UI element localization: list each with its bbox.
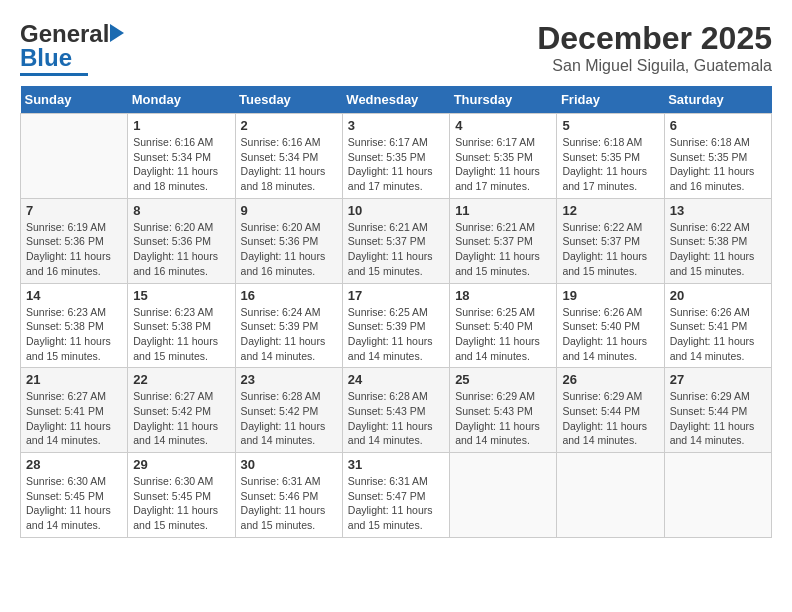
day-info: Sunrise: 6:30 AMSunset: 5:45 PMDaylight:… [26, 474, 122, 533]
month-title: December 2025 [537, 20, 772, 57]
calendar-cell: 1Sunrise: 6:16 AMSunset: 5:34 PMDaylight… [128, 114, 235, 199]
day-info: Sunrise: 6:29 AMSunset: 5:43 PMDaylight:… [455, 389, 551, 448]
day-info: Sunrise: 6:21 AMSunset: 5:37 PMDaylight:… [348, 220, 444, 279]
day-header-monday: Monday [128, 86, 235, 114]
calendar-cell [450, 453, 557, 538]
week-row-5: 28Sunrise: 6:30 AMSunset: 5:45 PMDayligh… [21, 453, 772, 538]
day-info: Sunrise: 6:24 AMSunset: 5:39 PMDaylight:… [241, 305, 337, 364]
day-info: Sunrise: 6:29 AMSunset: 5:44 PMDaylight:… [562, 389, 658, 448]
day-info: Sunrise: 6:25 AMSunset: 5:40 PMDaylight:… [455, 305, 551, 364]
calendar-cell: 8Sunrise: 6:20 AMSunset: 5:36 PMDaylight… [128, 198, 235, 283]
day-info: Sunrise: 6:26 AMSunset: 5:41 PMDaylight:… [670, 305, 766, 364]
day-info: Sunrise: 6:16 AMSunset: 5:34 PMDaylight:… [133, 135, 229, 194]
calendar-cell: 10Sunrise: 6:21 AMSunset: 5:37 PMDayligh… [342, 198, 449, 283]
calendar-cell: 21Sunrise: 6:27 AMSunset: 5:41 PMDayligh… [21, 368, 128, 453]
day-number: 3 [348, 118, 444, 133]
day-info: Sunrise: 6:18 AMSunset: 5:35 PMDaylight:… [562, 135, 658, 194]
logo-underline [20, 73, 88, 76]
calendar-cell: 14Sunrise: 6:23 AMSunset: 5:38 PMDayligh… [21, 283, 128, 368]
week-row-2: 7Sunrise: 6:19 AMSunset: 5:36 PMDaylight… [21, 198, 772, 283]
day-number: 10 [348, 203, 444, 218]
day-number: 26 [562, 372, 658, 387]
day-number: 18 [455, 288, 551, 303]
day-number: 2 [241, 118, 337, 133]
day-info: Sunrise: 6:23 AMSunset: 5:38 PMDaylight:… [133, 305, 229, 364]
day-header-tuesday: Tuesday [235, 86, 342, 114]
calendar-cell: 3Sunrise: 6:17 AMSunset: 5:35 PMDaylight… [342, 114, 449, 199]
calendar-cell: 28Sunrise: 6:30 AMSunset: 5:45 PMDayligh… [21, 453, 128, 538]
calendar-cell: 9Sunrise: 6:20 AMSunset: 5:36 PMDaylight… [235, 198, 342, 283]
day-number: 6 [670, 118, 766, 133]
calendar-cell: 12Sunrise: 6:22 AMSunset: 5:37 PMDayligh… [557, 198, 664, 283]
day-number: 27 [670, 372, 766, 387]
calendar-cell: 25Sunrise: 6:29 AMSunset: 5:43 PMDayligh… [450, 368, 557, 453]
calendar-cell: 24Sunrise: 6:28 AMSunset: 5:43 PMDayligh… [342, 368, 449, 453]
day-header-thursday: Thursday [450, 86, 557, 114]
day-info: Sunrise: 6:22 AMSunset: 5:37 PMDaylight:… [562, 220, 658, 279]
day-number: 24 [348, 372, 444, 387]
day-number: 25 [455, 372, 551, 387]
calendar-cell: 22Sunrise: 6:27 AMSunset: 5:42 PMDayligh… [128, 368, 235, 453]
day-number: 20 [670, 288, 766, 303]
day-number: 23 [241, 372, 337, 387]
day-number: 30 [241, 457, 337, 472]
week-row-3: 14Sunrise: 6:23 AMSunset: 5:38 PMDayligh… [21, 283, 772, 368]
calendar-cell [664, 453, 771, 538]
day-number: 29 [133, 457, 229, 472]
day-info: Sunrise: 6:20 AMSunset: 5:36 PMDaylight:… [133, 220, 229, 279]
day-number: 31 [348, 457, 444, 472]
day-number: 5 [562, 118, 658, 133]
day-info: Sunrise: 6:23 AMSunset: 5:38 PMDaylight:… [26, 305, 122, 364]
calendar-table: SundayMondayTuesdayWednesdayThursdayFrid… [20, 86, 772, 538]
day-header-wednesday: Wednesday [342, 86, 449, 114]
calendar-cell: 20Sunrise: 6:26 AMSunset: 5:41 PMDayligh… [664, 283, 771, 368]
day-info: Sunrise: 6:30 AMSunset: 5:45 PMDaylight:… [133, 474, 229, 533]
calendar-cell: 11Sunrise: 6:21 AMSunset: 5:37 PMDayligh… [450, 198, 557, 283]
day-header-sunday: Sunday [21, 86, 128, 114]
day-info: Sunrise: 6:20 AMSunset: 5:36 PMDaylight:… [241, 220, 337, 279]
day-number: 11 [455, 203, 551, 218]
day-info: Sunrise: 6:28 AMSunset: 5:43 PMDaylight:… [348, 389, 444, 448]
day-info: Sunrise: 6:18 AMSunset: 5:35 PMDaylight:… [670, 135, 766, 194]
day-info: Sunrise: 6:17 AMSunset: 5:35 PMDaylight:… [348, 135, 444, 194]
calendar-cell: 4Sunrise: 6:17 AMSunset: 5:35 PMDaylight… [450, 114, 557, 199]
calendar-cell: 29Sunrise: 6:30 AMSunset: 5:45 PMDayligh… [128, 453, 235, 538]
day-info: Sunrise: 6:28 AMSunset: 5:42 PMDaylight:… [241, 389, 337, 448]
day-info: Sunrise: 6:31 AMSunset: 5:46 PMDaylight:… [241, 474, 337, 533]
logo-blue: Blue [20, 44, 72, 72]
calendar-cell: 7Sunrise: 6:19 AMSunset: 5:36 PMDaylight… [21, 198, 128, 283]
calendar-cell: 23Sunrise: 6:28 AMSunset: 5:42 PMDayligh… [235, 368, 342, 453]
day-number: 15 [133, 288, 229, 303]
week-row-1: 1Sunrise: 6:16 AMSunset: 5:34 PMDaylight… [21, 114, 772, 199]
calendar-cell: 19Sunrise: 6:26 AMSunset: 5:40 PMDayligh… [557, 283, 664, 368]
day-number: 8 [133, 203, 229, 218]
day-info: Sunrise: 6:16 AMSunset: 5:34 PMDaylight:… [241, 135, 337, 194]
calendar-cell: 26Sunrise: 6:29 AMSunset: 5:44 PMDayligh… [557, 368, 664, 453]
day-header-saturday: Saturday [664, 86, 771, 114]
day-number: 28 [26, 457, 122, 472]
day-number: 1 [133, 118, 229, 133]
location: San Miguel Siguila, Guatemala [537, 57, 772, 75]
calendar-cell: 5Sunrise: 6:18 AMSunset: 5:35 PMDaylight… [557, 114, 664, 199]
day-info: Sunrise: 6:31 AMSunset: 5:47 PMDaylight:… [348, 474, 444, 533]
logo-arrow-icon [110, 24, 124, 42]
day-info: Sunrise: 6:22 AMSunset: 5:38 PMDaylight:… [670, 220, 766, 279]
day-number: 14 [26, 288, 122, 303]
day-header-friday: Friday [557, 86, 664, 114]
day-number: 9 [241, 203, 337, 218]
day-info: Sunrise: 6:19 AMSunset: 5:36 PMDaylight:… [26, 220, 122, 279]
calendar-cell: 18Sunrise: 6:25 AMSunset: 5:40 PMDayligh… [450, 283, 557, 368]
page-header: General Blue December 2025 San Miguel Si… [20, 20, 772, 76]
calendar-cell: 15Sunrise: 6:23 AMSunset: 5:38 PMDayligh… [128, 283, 235, 368]
title-area: December 2025 San Miguel Siguila, Guatem… [537, 20, 772, 75]
calendar-cell [21, 114, 128, 199]
day-number: 22 [133, 372, 229, 387]
day-info: Sunrise: 6:17 AMSunset: 5:35 PMDaylight:… [455, 135, 551, 194]
day-number: 21 [26, 372, 122, 387]
calendar-cell [557, 453, 664, 538]
day-number: 17 [348, 288, 444, 303]
day-number: 13 [670, 203, 766, 218]
day-info: Sunrise: 6:26 AMSunset: 5:40 PMDaylight:… [562, 305, 658, 364]
calendar-cell: 2Sunrise: 6:16 AMSunset: 5:34 PMDaylight… [235, 114, 342, 199]
day-number: 12 [562, 203, 658, 218]
